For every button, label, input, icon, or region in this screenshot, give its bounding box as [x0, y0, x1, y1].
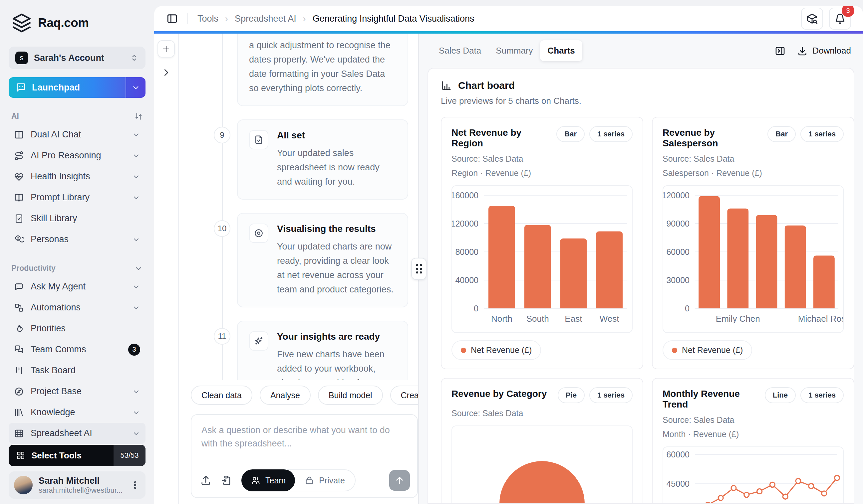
account-switcher[interactable]: s Sarah's Account — [9, 47, 146, 69]
expand-rail-button[interactable] — [161, 67, 171, 78]
sort-icon[interactable] — [134, 112, 143, 121]
build-model-button[interactable]: Build model — [318, 386, 383, 405]
chevron-down-icon — [134, 264, 143, 273]
chart-card-monthly-revenue-trend[interactable]: Monthly Revenue Trend Line 1 series Sour… — [652, 378, 854, 504]
main-header: Tools › Spreadsheet AI › Generating Insi… — [154, 6, 863, 31]
svg-text:60000: 60000 — [666, 450, 689, 459]
message-step-10: 10 Visualising the results Your updated … — [179, 213, 408, 321]
columns-icon — [14, 130, 24, 140]
chart-card-net-revenue-by-region[interactable]: Net Revenue by Region Bar 1 series Sourc… — [441, 117, 643, 369]
launchpad-expand-button[interactable] — [126, 77, 146, 98]
svg-text:South: South — [526, 314, 549, 324]
profile-email: sarah.mitchell@westbur... — [39, 486, 124, 495]
chart-legend: Net Revenue (£) — [663, 340, 752, 360]
notifications-button[interactable]: 3 — [829, 8, 851, 30]
breadcrumb-spreadsheet-ai[interactable]: Spreadsheet AI — [235, 14, 296, 24]
team-toggle-option[interactable]: Team — [241, 469, 295, 491]
chart-axes-meta: Salesperson · Revenue (£) — [663, 168, 844, 178]
composer-input[interactable]: Ask a question or describe what you want… — [191, 415, 417, 465]
chart-card-revenue-by-category[interactable]: Revenue by Category Pie 1 series Source:… — [441, 378, 643, 504]
sidebar-item-dual-ai-chat[interactable]: Dual AI Chat — [9, 124, 146, 145]
sidebar-item-priorities[interactable]: Priorities — [9, 318, 146, 339]
upload-icon — [200, 475, 211, 486]
profile-name: Sarah Mitchell — [39, 476, 124, 486]
svg-text:80000: 80000 — [455, 247, 478, 257]
message-title: Your insights are ready — [277, 331, 396, 342]
message-timeline[interactable]: a quick adjustment to recognise the date… — [179, 34, 418, 380]
tab-summary[interactable]: Summary — [488, 40, 540, 61]
chart-type-badge: Bar — [556, 126, 585, 142]
breadcrumb-tools[interactable]: Tools — [198, 14, 218, 24]
svg-text:40000: 40000 — [455, 275, 478, 285]
series-count-badge: 1 series — [800, 387, 844, 403]
select-tools-button[interactable]: Select Tools 53/53 — [9, 445, 146, 466]
sidebar-section-productivity[interactable]: Productivity — [11, 264, 143, 273]
legend-dot — [461, 348, 466, 353]
new-chat-button[interactable] — [158, 40, 175, 57]
sidebar-item-health-insights[interactable]: Health Insights — [9, 166, 146, 187]
sidebar-item-ask-my-agent[interactable]: Ask My Agent — [9, 276, 146, 297]
book-open-icon — [14, 193, 24, 203]
private-toggle-option[interactable]: Private — [294, 475, 355, 486]
chart-title: Revenue by Salesperson — [663, 126, 763, 149]
sidebar-item-knowledge[interactable]: Knowledge — [9, 402, 146, 423]
series-count-badge: 1 series — [589, 126, 633, 142]
unread-count-badge: 3 — [128, 344, 140, 356]
step-number: 11 — [214, 328, 230, 345]
book-check-icon — [14, 214, 24, 223]
chat-panel: a quick adjustment to recognise the date… — [154, 34, 419, 504]
chevron-right-icon — [161, 67, 171, 78]
launchpad-button[interactable]: Launchpad — [9, 77, 146, 98]
sidebar-item-project-base[interactable]: Project Base — [9, 381, 146, 402]
message-square-dots-icon — [16, 82, 26, 92]
sidebar-section-ai: AI — [11, 112, 143, 121]
agent-chat-icon — [14, 282, 24, 292]
sidebar-item-skill-library[interactable]: Skill Library — [9, 208, 146, 229]
chart-card-revenue-by-salesperson[interactable]: Revenue by Salesperson Bar 1 series Sour… — [652, 117, 854, 369]
step-number: 10 — [214, 220, 230, 237]
sidebar-item-personas[interactable]: Personas — [9, 229, 146, 250]
messages-icon — [14, 345, 24, 354]
pie-chart-category — [451, 426, 633, 504]
step-number: 9 — [214, 127, 230, 143]
breadcrumb: Tools › Spreadsheet AI › Generating Insi… — [198, 14, 474, 24]
paste-data-button[interactable] — [221, 475, 232, 486]
grid-icon — [16, 451, 25, 460]
panel-left-toggle-icon[interactable] — [166, 13, 178, 25]
sidebar-item-ai-pro-reasoning[interactable]: AI Pro Reasoning — [9, 145, 146, 166]
analyse-button[interactable]: Analyse — [260, 386, 311, 405]
clean-data-button[interactable]: Clean data — [191, 386, 252, 405]
create-dashboard-button[interactable]: Create dashboard — [390, 386, 419, 405]
chart-title: Monthly Revenue Trend — [663, 387, 760, 410]
sidebar-item-prompt-library[interactable]: Prompt Library — [9, 187, 146, 208]
sidebar-item-automations[interactable]: Automations — [9, 297, 146, 318]
message-step-8: a quick adjustment to recognise the date… — [179, 34, 408, 119]
chart-type-badge: Bar — [767, 126, 796, 142]
sidebar-item-team-comms[interactable]: Team Comms 3 — [9, 339, 146, 360]
chevron-down-icon — [132, 173, 140, 181]
upload-button[interactable] — [200, 475, 211, 486]
file-check-icon — [249, 130, 268, 150]
collapse-panel-button[interactable] — [774, 45, 786, 56]
tools-count: 53/53 — [114, 445, 146, 466]
svg-text:East: East — [565, 314, 582, 324]
layers-logo-icon — [11, 13, 32, 33]
bar-chart-salesperson: 0300006000090000120000Emily ChenMichael … — [663, 185, 844, 333]
composer-area: Clean data Analyse Build model Create da… — [179, 380, 418, 504]
svg-text:45000: 45000 — [666, 479, 689, 488]
series-count-badge: 1 series — [800, 126, 844, 142]
sidebar-item-task-board[interactable]: Task Board — [9, 360, 146, 381]
download-button[interactable]: Download — [797, 46, 851, 56]
chart-source: Source: Sales Data — [663, 415, 844, 425]
more-options-icon[interactable] — [130, 480, 140, 490]
package-search-icon — [806, 13, 818, 25]
user-profile[interactable]: Sarah Mitchell sarah.mitchell@westbur... — [9, 471, 146, 499]
tab-charts[interactable]: Charts — [540, 40, 582, 61]
sidebar-item-spreadsheet-ai[interactable]: Spreadsheet AI — [9, 423, 146, 444]
panel-resize-handle[interactable] — [411, 258, 426, 280]
package-search-button[interactable] — [801, 8, 823, 30]
send-button[interactable] — [389, 470, 410, 491]
message-body: Five new charts have been added to your … — [277, 347, 396, 380]
tab-sales-data[interactable]: Sales Data — [432, 40, 488, 61]
flame-icon — [14, 324, 24, 334]
